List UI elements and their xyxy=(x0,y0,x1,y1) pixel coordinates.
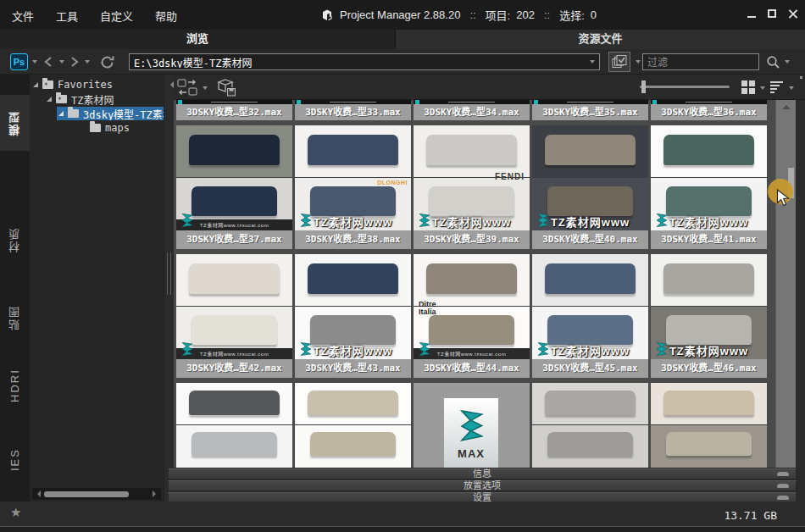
panel-info-header[interactable]: 信息 xyxy=(168,468,797,479)
tab-models[interactable]: 模型 xyxy=(0,95,30,151)
grid-item[interactable]: 3DSKY收费…型33.max xyxy=(295,100,411,120)
grid-item[interactable]: TZ素材网www.tzsucai.com 3DSKY收费…型37.max xyxy=(176,125,292,249)
model-filename: 3DSKY收费…型37.max xyxy=(176,230,292,249)
sort-icon[interactable] xyxy=(770,81,784,93)
grid-item[interactable]: 3DSKY收费…型32.max xyxy=(176,100,292,120)
grid-item[interactable]: Ditre Italia TZ素材网www.tzsucai.com 3DSKY收… xyxy=(414,254,530,378)
grid-item[interactable] xyxy=(295,383,411,468)
back-button[interactable] xyxy=(42,56,53,68)
tz-folder-icon xyxy=(56,95,67,103)
save-model-icon[interactable] xyxy=(216,78,237,97)
expand-caret-icon[interactable] xyxy=(33,82,38,87)
grid-vertical-scrollbar[interactable] xyxy=(775,100,796,468)
close-icon[interactable] xyxy=(788,8,798,19)
tab-ies[interactable]: IES xyxy=(0,432,30,488)
grid-item[interactable] xyxy=(176,383,292,468)
panel-divider[interactable] xyxy=(164,75,174,502)
address-input[interactable] xyxy=(130,56,590,68)
slider-thumb[interactable] xyxy=(641,80,646,93)
status-bar: ★ 13.71 GB xyxy=(0,502,805,532)
expand-panel-icon[interactable] xyxy=(777,496,789,500)
minimize-icon[interactable] xyxy=(747,16,756,18)
menu-bar: 文件 工具 自定义 帮助 xyxy=(12,8,177,24)
scroll-up-icon[interactable] xyxy=(782,105,791,109)
grid-view-icon[interactable] xyxy=(741,80,755,94)
search-icon[interactable] xyxy=(766,55,780,69)
model-filename: 3DSKY收费…型33.max xyxy=(295,104,411,120)
menu-customize[interactable]: 自定义 xyxy=(100,8,133,24)
maximize-icon[interactable] xyxy=(768,9,776,18)
collapse-panel-icon[interactable] xyxy=(167,81,174,88)
search-dropdown-caret[interactable] xyxy=(785,60,790,64)
selected-highlight: 3dsky模型-TZ素材网 xyxy=(57,107,164,120)
expand-caret-icon[interactable] xyxy=(58,111,64,116)
back-history-caret[interactable] xyxy=(59,60,64,64)
menu-help[interactable]: 帮助 xyxy=(155,8,177,24)
grid-item[interactable]: 3DSKY收费…型34.max xyxy=(414,100,530,120)
model-filename: 3DSKY收费…型35.max xyxy=(532,104,648,120)
tree-item-maps[interactable]: maps xyxy=(30,121,164,135)
grid-item[interactable]: MAX xyxy=(414,383,530,468)
favorite-star-icon[interactable]: ★ xyxy=(10,505,21,520)
forward-button[interactable] xyxy=(69,56,80,68)
scroll-left-icon[interactable] xyxy=(34,490,41,497)
filter-input[interactable] xyxy=(643,55,758,70)
tab-browse[interactable]: 浏览 xyxy=(0,30,396,49)
grid-item[interactable]: TZ素材网www 3DSKY收费…型40.max xyxy=(532,125,648,249)
filter-box xyxy=(642,53,759,70)
scroll-thumb[interactable] xyxy=(44,491,129,497)
tree-item-tz[interactable]: TZ素材网 xyxy=(30,92,164,106)
forward-history-caret[interactable] xyxy=(85,60,90,64)
model-filename: 3DSKY收费…型41.max xyxy=(651,230,767,249)
tab-hdri[interactable]: HDRI xyxy=(0,357,30,413)
grid-item[interactable]: 3DSKY收费…型36.max xyxy=(651,100,767,120)
tree-item-favorites[interactable]: Favorites xyxy=(30,78,164,91)
photoshop-button[interactable]: Ps xyxy=(10,53,28,70)
categories-dropdown-caret[interactable] xyxy=(636,60,641,64)
menu-tools[interactable]: 工具 xyxy=(56,8,78,24)
thumbnail-size-slider[interactable] xyxy=(640,86,730,88)
3dsmax-badge-icon xyxy=(297,341,314,357)
watermark: TZ素材网www.tzsucai.com xyxy=(200,350,269,357)
grid-item[interactable]: TZ素材网www 3DSKY收费…型41.max xyxy=(651,125,767,249)
tree-horizontal-scrollbar[interactable] xyxy=(32,488,161,500)
refresh-icon[interactable] xyxy=(100,55,115,69)
folder-icon xyxy=(68,109,79,118)
address-dropdown-caret[interactable] xyxy=(590,60,595,64)
tab-materials[interactable]: 材质 xyxy=(0,212,30,268)
grid-item[interactable]: TZ素材网www 3DSKY收费…型46.max xyxy=(651,254,767,378)
grid-item[interactable]: TZ素材网www 3DSKY收费…型43.max xyxy=(295,254,411,378)
panel-placement-header[interactable]: 放置选项 xyxy=(168,480,797,491)
window-title: Project Manager 2.88.20 :: 项目: 202 :: 选择… xyxy=(320,7,597,23)
selection-label: 选择: xyxy=(559,7,585,23)
swap-dropdown-caret[interactable] xyxy=(203,86,208,90)
grid-item[interactable] xyxy=(532,383,648,468)
grid-item[interactable]: TZ素材网www 3DSKY收费…型45.max xyxy=(532,254,648,378)
model-filename: 3DSKY收费…型42.max xyxy=(176,359,292,378)
tab-asset-files[interactable]: 资源文件 xyxy=(396,30,805,49)
view-dropdown-caret[interactable] xyxy=(760,86,765,90)
grid-item[interactable]: 3DSKY收费…型35.max xyxy=(532,100,648,120)
sort-dropdown-caret[interactable] xyxy=(789,86,794,90)
model-filename: 3DSKY收费…型43.max xyxy=(295,359,411,378)
grid-item[interactable]: FENDI TZ素材网www 3DSKY收费…型39.max xyxy=(414,125,530,249)
menu-file[interactable]: 文件 xyxy=(12,8,34,24)
tree-item-3dsky[interactable]: 3dsky模型-TZ素材网 xyxy=(30,107,164,120)
model-thumbnail: TZ素材网www xyxy=(295,254,411,359)
scroll-right-icon[interactable] xyxy=(153,490,159,497)
grid-item[interactable] xyxy=(651,383,767,468)
swap-thumbnails-icon[interactable] xyxy=(176,78,199,97)
photoshop-dropdown-caret[interactable] xyxy=(32,60,37,64)
expand-caret-icon[interactable] xyxy=(47,97,52,102)
grid-item[interactable]: TZ素材网www.tzsucai.com 3DSKY收费…型42.max xyxy=(176,254,292,378)
expand-panel-icon[interactable] xyxy=(777,484,789,488)
grid-item[interactable]: DLONGHI TZ素材网www 3DSKY收费…型38.max xyxy=(295,125,411,249)
watermark: TZ素材网www.tzsucai.com xyxy=(200,221,269,229)
divider-grip[interactable] xyxy=(167,252,171,295)
categories-button[interactable] xyxy=(608,52,630,72)
model-thumbnail xyxy=(532,383,648,468)
categories-icon xyxy=(612,55,627,69)
model-thumbnail: TZ素材网www xyxy=(651,125,767,230)
expand-panel-icon[interactable] xyxy=(777,472,789,476)
tab-maps[interactable]: 贴图 xyxy=(0,290,30,346)
